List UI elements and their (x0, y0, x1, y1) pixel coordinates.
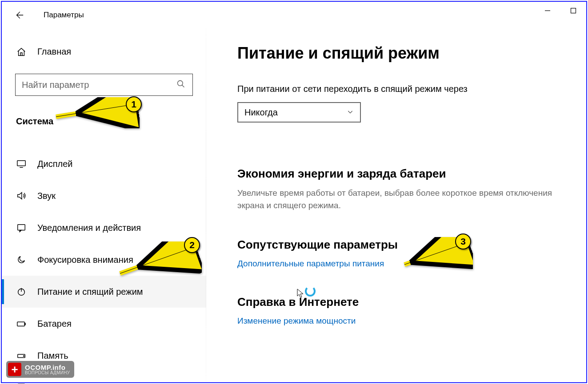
nav-item-notifications[interactable]: Уведомления и действия (2, 212, 206, 244)
svg-point-12 (24, 356, 24, 356)
related-heading: Сопутствующие параметры (237, 238, 573, 252)
notifications-icon (16, 222, 27, 233)
titlebar: Параметры (2, 2, 586, 28)
svg-rect-1 (571, 8, 576, 13)
power-icon (16, 286, 27, 297)
maximize-button[interactable] (560, 2, 586, 20)
sidebar: Главная Система (2, 28, 206, 382)
nav-label: Уведомления и действия (37, 223, 141, 233)
settings-window: Параметры Главная (1, 1, 587, 383)
svg-line-3 (182, 85, 184, 87)
display-icon (16, 158, 27, 169)
svg-rect-9 (17, 322, 25, 326)
nav-label: Батарея (37, 319, 72, 329)
nav-item-battery[interactable]: Батарея (2, 308, 206, 340)
tablet-icon (16, 382, 27, 384)
window-controls (535, 2, 586, 20)
plus-icon: + (8, 363, 21, 376)
back-button[interactable] (8, 4, 30, 26)
watermark-line2: ВОПРОСЫ АДМИНУ (25, 371, 70, 375)
svg-rect-6 (18, 225, 25, 230)
related-link[interactable]: Дополнительные параметры питания (237, 259, 573, 269)
sound-icon (16, 190, 27, 201)
nav-label: Память (37, 351, 68, 361)
battery-icon (16, 318, 27, 329)
category-heading: Система (2, 116, 206, 127)
svg-rect-10 (24, 323, 25, 325)
sleep-select[interactable]: Никогда (237, 102, 361, 123)
page-title: Питание и спящий режим (237, 44, 573, 63)
window-title: Параметры (44, 11, 84, 20)
energy-heading: Экономия энергии и заряда батареи (237, 167, 573, 181)
svg-point-2 (178, 81, 183, 86)
focus-icon (16, 254, 27, 265)
nav-label: Питание и спящий режим (37, 287, 143, 297)
help-link[interactable]: Изменение режима мощности (237, 316, 573, 326)
watermark-badge: + OCOMP.info ВОПРОСЫ АДМИНУ (6, 361, 74, 378)
home-nav-item[interactable]: Главная (2, 40, 206, 64)
search-box[interactable] (15, 74, 193, 96)
nav-list: Дисплей Звук Уве (2, 148, 206, 384)
energy-text: Увеличьте время работы от батареи, выбра… (237, 187, 573, 211)
nav-label: Дисплей (37, 159, 73, 169)
minimize-button[interactable] (535, 2, 560, 20)
svg-rect-4 (17, 161, 25, 166)
search-input[interactable] (22, 80, 186, 90)
nav-label: Звук (37, 191, 56, 201)
chevron-down-icon (347, 107, 354, 118)
home-label: Главная (37, 47, 71, 57)
storage-icon (16, 350, 27, 361)
content-panel: Питание и спящий режим При питании от се… (206, 28, 586, 382)
sleep-field-label: При питании от сети переходить в спящий … (237, 84, 573, 94)
nav-label: Планшет (37, 383, 75, 384)
help-heading: Справка в Интернете (237, 295, 573, 309)
search-icon (176, 79, 185, 90)
watermark-line1: OCOMP.info (25, 364, 70, 371)
home-icon (16, 47, 27, 57)
nav-item-focus[interactable]: Фокусировка внимания (2, 244, 206, 276)
sleep-select-value: Никогда (244, 107, 278, 118)
nav-item-display[interactable]: Дисплей (2, 148, 206, 180)
nav-item-sound[interactable]: Звук (2, 180, 206, 212)
nav-label: Фокусировка внимания (37, 255, 133, 265)
nav-item-power[interactable]: Питание и спящий режим (2, 276, 206, 308)
